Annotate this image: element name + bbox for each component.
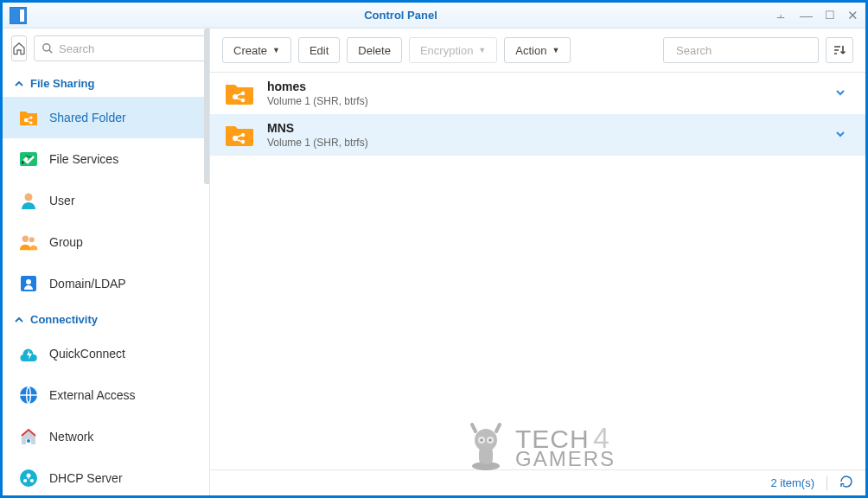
svg-point-19 (241, 99, 245, 102)
svg-point-21 (241, 133, 245, 137)
folder-row[interactable]: homes Volume 1 (SHR, btrfs) (210, 73, 865, 114)
sidebar-item-label: Shared Folder (49, 111, 126, 124)
user-icon (18, 190, 39, 211)
main-search[interactable] (663, 37, 819, 63)
maximize-button[interactable]: ☐ (825, 10, 835, 21)
sidebar-search-input[interactable] (59, 42, 204, 55)
sidebar-item-network[interactable]: Network (3, 416, 209, 457)
sidebar-item-label: Group (49, 235, 83, 249)
sidebar-item-label: User (49, 194, 75, 208)
svg-point-0 (43, 44, 50, 51)
minimize-button[interactable]: — (800, 9, 813, 22)
folder-list: homes Volume 1 (SHR, btrfs) MNS Volume 1… (210, 72, 865, 469)
svg-point-14 (27, 474, 31, 478)
action-button[interactable]: Action ▼ (504, 37, 571, 63)
sidebar-item-shared-folder[interactable]: Shared Folder (3, 97, 209, 138)
sidebar-item-label: Network (49, 430, 93, 444)
chevron-up-icon (15, 316, 23, 324)
quickconnect-icon (18, 343, 39, 364)
sidebar-item-label: External Access (49, 388, 136, 402)
sidebar-item-file-services[interactable]: File Services (3, 138, 209, 180)
window-title: Control Panel (27, 9, 775, 22)
folder-subtitle: Volume 1 (SHR, btrfs) (267, 95, 817, 107)
caret-down-icon: ▼ (272, 46, 280, 54)
folder-name: MNS (267, 121, 817, 135)
sidebar-item-group[interactable]: Group (3, 221, 209, 263)
folder-name: homes (267, 80, 817, 93)
app-icon (10, 7, 27, 24)
caret-down-icon: ▼ (478, 46, 486, 54)
shared-folder-icon (224, 122, 255, 148)
edit-button[interactable]: Edit (298, 37, 340, 63)
folder-row[interactable]: MNS Volume 1 (SHR, btrfs) (210, 114, 865, 156)
refresh-button[interactable] (839, 475, 853, 491)
dhcp-server-icon (18, 468, 39, 488)
sort-icon (833, 44, 846, 56)
main-search-input[interactable] (676, 44, 821, 57)
statusbar: 2 item(s) (210, 469, 865, 495)
sidebar-item-label: File Services (49, 152, 118, 166)
expand-chevron-icon[interactable] (829, 128, 852, 143)
caret-down-icon: ▼ (552, 46, 559, 54)
svg-rect-4 (20, 152, 37, 166)
svg-point-8 (29, 237, 35, 242)
button-label: Delete (358, 44, 391, 57)
section-label: Connectivity (30, 313, 98, 326)
sidebar-item-quickconnect[interactable]: QuickConnect (3, 333, 209, 374)
shared-folder-icon (224, 80, 255, 106)
home-button[interactable] (11, 35, 27, 61)
toolbar: Create ▼ Edit Delete Encryption ▼ Action… (210, 29, 865, 72)
sidebar-item-external-access[interactable]: External Access (3, 374, 209, 416)
encryption-button: Encryption ▼ (409, 37, 497, 63)
folder-subtitle: Volume 1 (SHR, btrfs) (267, 137, 817, 149)
svg-point-6 (25, 194, 33, 201)
create-button[interactable]: Create ▼ (222, 37, 291, 63)
home-icon (12, 42, 26, 55)
svg-point-12 (27, 439, 30, 443)
sidebar-item-dhcp-server[interactable]: DHCP Server (3, 457, 209, 495)
svg-point-18 (241, 92, 245, 95)
sidebar-item-label: DHCP Server (49, 471, 123, 485)
svg-point-10 (26, 279, 31, 284)
pin-icon[interactable]: ⫠ (775, 9, 788, 22)
refresh-icon (839, 475, 853, 488)
external-access-icon (18, 385, 39, 405)
file-services-icon (18, 149, 39, 169)
section-connectivity[interactable]: Connectivity (3, 304, 209, 333)
scrollbar[interactable] (204, 29, 210, 184)
sidebar-item-domain-ldap[interactable]: Domain/LDAP (3, 263, 209, 304)
svg-point-7 (22, 236, 29, 242)
shared-folder-icon (18, 107, 39, 128)
button-label: Create (233, 44, 267, 57)
domain-ldap-icon (18, 273, 39, 294)
section-file-sharing[interactable]: File Sharing (3, 68, 209, 97)
network-icon (18, 426, 39, 447)
chevron-up-icon (15, 80, 23, 88)
svg-point-3 (29, 121, 32, 124)
button-label: Edit (310, 44, 329, 57)
close-button[interactable]: ✕ (847, 9, 858, 22)
section-label: File Sharing (30, 77, 94, 90)
item-count: 2 item(s) (770, 476, 814, 489)
sidebar-search[interactable] (34, 35, 210, 61)
expand-chevron-icon[interactable] (829, 86, 852, 101)
sidebar-item-label: QuickConnect (49, 347, 125, 361)
button-label: Encryption (420, 44, 473, 57)
svg-point-22 (241, 140, 245, 144)
svg-point-2 (29, 116, 32, 118)
sidebar: File Sharing Shared Folder File Services… (3, 29, 210, 495)
sidebar-item-label: Domain/LDAP (49, 277, 126, 290)
sort-button[interactable] (826, 37, 853, 63)
divider (827, 476, 827, 490)
button-label: Action (515, 44, 546, 57)
search-icon (41, 42, 54, 54)
main-panel: Create ▼ Edit Delete Encryption ▼ Action… (210, 29, 865, 495)
group-icon (18, 232, 39, 252)
delete-button[interactable]: Delete (347, 37, 402, 63)
titlebar: Control Panel ⫠ — ☐ ✕ (3, 3, 865, 29)
sidebar-item-user[interactable]: User (3, 180, 209, 221)
